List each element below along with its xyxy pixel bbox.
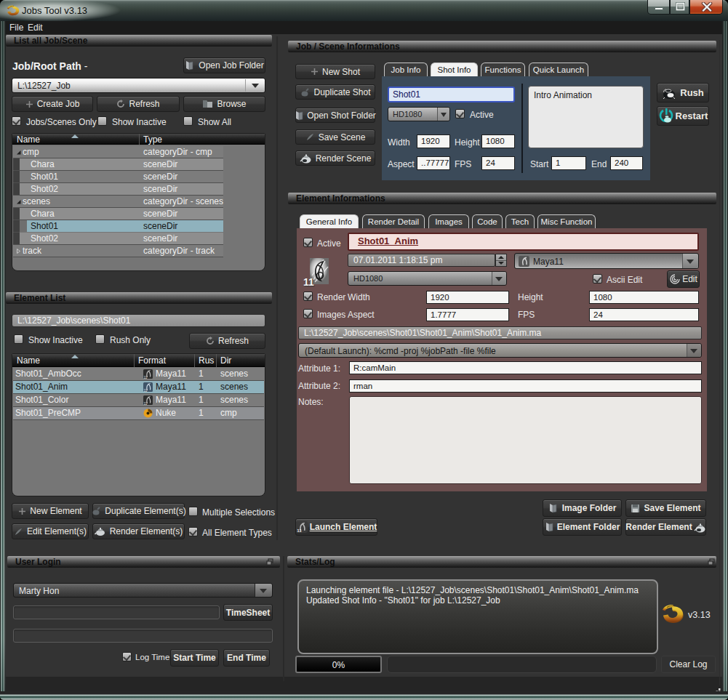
svg-text:11: 11 bbox=[303, 276, 314, 287]
svg-text:11: 11 bbox=[144, 376, 148, 379]
svg-text:11: 11 bbox=[297, 528, 302, 533]
svg-text:11: 11 bbox=[144, 402, 148, 406]
svg-text:11: 11 bbox=[144, 389, 148, 393]
